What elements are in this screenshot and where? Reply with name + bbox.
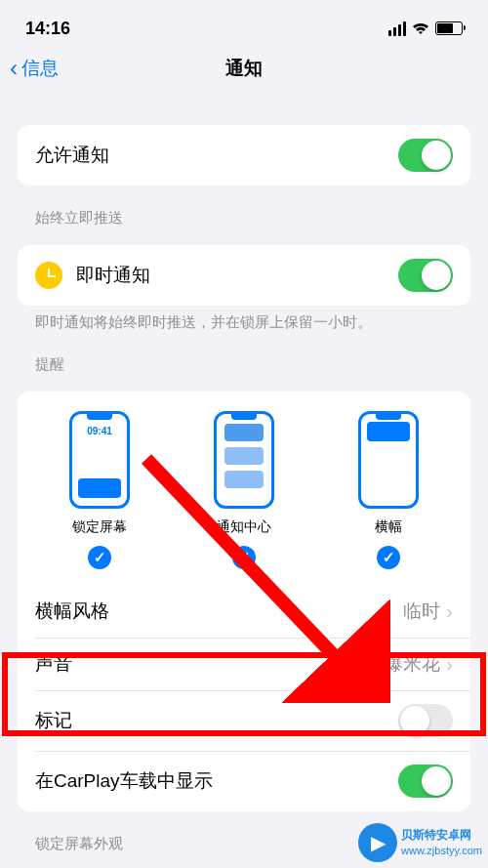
lock-check-icon xyxy=(88,546,111,569)
alerts-group: 09:41 锁定屏幕 通知中心 横幅 横幅风格 临时 › xyxy=(18,392,470,811)
sound-label: 声音 xyxy=(35,651,72,677)
lock-screen-preview: 09:41 xyxy=(69,411,130,509)
alert-options: 09:41 锁定屏幕 通知中心 横幅 xyxy=(18,392,470,585)
clock-icon xyxy=(35,262,62,289)
watermark-name: 贝斯特安卓网 xyxy=(401,828,482,844)
allow-toggle[interactable] xyxy=(398,139,453,172)
back-label: 信息 xyxy=(21,56,59,81)
status-time: 14:16 xyxy=(25,19,70,39)
banner-style-label: 横幅风格 xyxy=(35,599,109,624)
center-label: 通知中心 xyxy=(217,518,271,536)
cellular-icon xyxy=(388,21,406,36)
banner-preview xyxy=(358,411,419,509)
badge-toggle[interactable] xyxy=(398,704,453,737)
carplay-label: 在CarPlay车载中显示 xyxy=(35,768,213,794)
status-indicators xyxy=(388,21,463,36)
alert-banner[interactable]: 横幅 xyxy=(358,411,419,569)
alerts-header: 提醒 xyxy=(35,355,453,374)
back-button[interactable]: ‹ 信息 xyxy=(10,55,59,82)
lock-label: 锁定屏幕 xyxy=(72,518,127,536)
watermark: ▶ 贝斯特安卓网 www.zjbstyy.com xyxy=(358,823,482,862)
chevron-right-icon: › xyxy=(446,600,453,623)
allow-row: 允许通知 xyxy=(18,125,470,186)
page-title: 通知 xyxy=(225,56,263,81)
battery-icon xyxy=(435,21,463,35)
status-bar: 14:16 xyxy=(0,0,488,47)
badge-label: 标记 xyxy=(35,708,72,733)
banner-style-value: 临时 xyxy=(403,599,440,624)
sound-row[interactable]: 声音 爆米花 › xyxy=(18,638,470,690)
sound-value: 爆米花 xyxy=(385,651,440,677)
chevron-left-icon: ‹ xyxy=(10,55,18,82)
immediate-label: 即时通知 xyxy=(76,263,150,288)
chevron-right-icon: › xyxy=(446,653,453,676)
alert-lock-screen[interactable]: 09:41 锁定屏幕 xyxy=(69,411,130,569)
carplay-row: 在CarPlay车载中显示 xyxy=(18,751,470,811)
immediate-group: 即时通知 xyxy=(18,245,470,306)
watermark-icon: ▶ xyxy=(358,823,397,862)
wifi-icon xyxy=(412,21,429,35)
carplay-toggle[interactable] xyxy=(398,765,453,798)
immediate-footer: 即时通知将始终即时推送，并在锁屏上保留一小时。 xyxy=(35,313,453,332)
alert-notification-center[interactable]: 通知中心 xyxy=(214,411,274,569)
immediate-header: 始终立即推送 xyxy=(35,209,453,227)
immediate-toggle[interactable] xyxy=(398,259,453,292)
nav-bar: ‹ 信息 通知 xyxy=(0,47,488,90)
watermark-url: www.zjbstyy.com xyxy=(401,844,482,857)
banner-style-row[interactable]: 横幅风格 临时 › xyxy=(18,585,470,638)
banner-label: 横幅 xyxy=(375,518,402,536)
center-preview xyxy=(214,411,274,509)
immediate-row: 即时通知 xyxy=(18,245,470,306)
badge-row: 标记 xyxy=(18,690,470,751)
banner-check-icon xyxy=(377,546,400,569)
center-check-icon xyxy=(232,546,256,569)
allow-label: 允许通知 xyxy=(35,143,109,168)
allow-group: 允许通知 xyxy=(18,125,470,186)
